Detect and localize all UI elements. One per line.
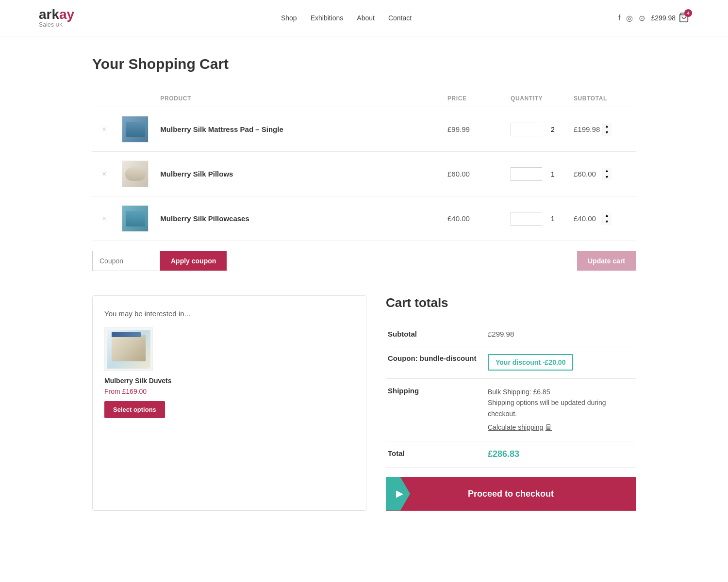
logo-uk: UK (56, 22, 63, 28)
update-cart-button[interactable]: Update cart (577, 251, 636, 271)
product-name-2: Mulberry Silk Pillows (160, 170, 233, 178)
col-sub-header: SUBTOTAL (568, 90, 636, 107)
coupon-input[interactable] (92, 251, 160, 271)
img-cell (116, 107, 154, 152)
img-cell (116, 152, 154, 196)
product-price-2: £60.00 (447, 170, 470, 178)
qty-cell: ▲ ▼ (505, 107, 568, 152)
shipping-label: Shipping (386, 379, 486, 441)
cart-price: £299.98 (651, 14, 676, 22)
page-title: Your Shopping Cart (92, 56, 636, 72)
subtotal-label: Subtotal (386, 322, 486, 346)
product-price-1: £99.99 (447, 125, 470, 133)
discount-badge: Your discount -£20.00 (488, 354, 573, 371)
coupon-row: Apply coupon Update cart (92, 241, 636, 281)
instagram-icon[interactable]: ◎ (626, 14, 633, 23)
qty-wrapper-1: ▲ ▼ (511, 123, 542, 136)
qty-cell: ▲ ▼ (505, 152, 568, 196)
subtotal-3: £40.00 (574, 214, 596, 223)
qty-arrows-3: ▲ ▼ (602, 212, 612, 225)
col-remove-header (92, 90, 116, 107)
shipping-info: Bulk Shipping: £6.85 Shipping options wi… (488, 387, 634, 433)
qty-wrapper-2: ▲ ▼ (511, 167, 542, 181)
qty-down-2[interactable]: ▼ (602, 174, 612, 180)
product-card-image (104, 327, 153, 371)
total-amount: £286.83 (488, 449, 519, 459)
logo[interactable]: arkay Sales UK (39, 8, 74, 28)
apply-coupon-button[interactable]: Apply coupon (160, 251, 227, 271)
nav-exhibitions[interactable]: Exhibitions (311, 14, 344, 22)
logo-sales: Sales (39, 21, 54, 28)
bottom-section: You may be interested in... Mulberry Sil… (92, 295, 636, 511)
interested-title: You may be interested in... (104, 309, 354, 318)
remove-item-3-button[interactable]: × (98, 212, 110, 225)
facebook-icon[interactable]: f (618, 14, 620, 22)
name-cell: Mulberry Silk Pillowcases (154, 196, 442, 241)
calculate-shipping-label: Calculate shipping (488, 422, 543, 433)
total-label: Total (386, 441, 486, 467)
remove-cell: × (92, 196, 116, 241)
product-card: Mulberry Silk Duvets From £169.00 Select… (104, 327, 354, 418)
logo-ay: ay (59, 7, 74, 22)
qty-down-3[interactable]: ▼ (602, 219, 612, 225)
checkout-button[interactable]: ▶ Proceed to checkout (386, 477, 636, 511)
shipping-cost: Bulk Shipping: £6.85 (488, 388, 550, 396)
product-name-3: Mulberry Silk Pillowcases (160, 214, 249, 223)
cart-area[interactable]: £299.98 4 (651, 12, 689, 24)
qty-up-2[interactable]: ▲ (602, 168, 612, 174)
select-options-button[interactable]: Select options (104, 401, 165, 418)
remove-item-1-button[interactable]: × (98, 123, 110, 136)
col-qty-header: QUANTITY (505, 90, 568, 107)
nav-contact[interactable]: Contact (388, 14, 412, 22)
qty-arrows-1: ▲ ▼ (602, 123, 612, 136)
remove-cell: × (92, 152, 116, 196)
table-row: × Mulberry Silk Pillowcases £40.00 (92, 196, 636, 241)
checkout-play-icon: ▶ (396, 488, 403, 499)
nav-about[interactable]: About (357, 14, 375, 22)
checkout-label: Proceed to checkout (468, 489, 554, 499)
img-cell (116, 196, 154, 241)
nav-shop[interactable]: Shop (281, 14, 297, 22)
price-cell: £99.99 (442, 107, 505, 152)
header: arkay Sales UK Shop Exhibitions About Co… (0, 0, 728, 36)
subtotal-2: £60.00 (574, 170, 596, 178)
price-cell: £40.00 (442, 196, 505, 241)
qty-up-1[interactable]: ▲ (602, 123, 612, 129)
product-card-price: From £169.00 (104, 388, 147, 395)
qty-arrows-2: ▲ ▼ (602, 168, 612, 180)
table-row: × Mulberry Silk Pillows £60.00 (92, 152, 636, 196)
name-cell: Mulberry Silk Pillows (154, 152, 442, 196)
remove-item-2-button[interactable]: × (98, 168, 110, 180)
product-image-2 (122, 161, 149, 187)
col-img-header (116, 90, 154, 107)
cart-totals-title: Cart totals (386, 295, 636, 310)
qty-down-1[interactable]: ▼ (602, 129, 612, 136)
product-image-1 (122, 116, 149, 143)
interested-box: You may be interested in... Mulberry Sil… (92, 295, 366, 511)
remove-cell: × (92, 107, 116, 152)
header-icons: f ◎ ⊙ £299.98 4 (618, 12, 689, 24)
calculate-shipping-icon: 🖩 (545, 422, 552, 433)
logo-ark: ark (39, 7, 59, 22)
totals-shipping-row: Shipping Bulk Shipping: £6.85 Shipping o… (386, 379, 636, 441)
totals-total-row: Total £286.83 (386, 441, 636, 467)
product-image-3 (122, 205, 149, 232)
coupon-left: Apply coupon (92, 251, 227, 271)
product-card-name: Mulberry Silk Duvets (104, 377, 172, 385)
shipping-value: Bulk Shipping: £6.85 Shipping options wi… (486, 379, 636, 441)
totals-table: Subtotal £299.98 Coupon: bundle-discount… (386, 322, 636, 468)
account-icon[interactable]: ⊙ (639, 14, 645, 23)
main-nav: Shop Exhibitions About Contact (281, 14, 412, 22)
checkout-btn-wrap: ▶ Proceed to checkout (386, 477, 636, 511)
col-product-header: PRODUCT (154, 90, 442, 107)
qty-wrapper-3: ▲ ▼ (511, 212, 542, 226)
price-cell: £60.00 (442, 152, 505, 196)
qty-up-3[interactable]: ▲ (602, 212, 612, 219)
totals-coupon-row: Coupon: bundle-discount Your discount -£… (386, 346, 636, 379)
product-price-3: £40.00 (447, 214, 470, 223)
name-cell: Mulberry Silk Mattress Pad – Single (154, 107, 442, 152)
totals-subtotal-row: Subtotal £299.98 (386, 322, 636, 346)
shipping-note: Shipping options will be updated during … (488, 399, 606, 417)
calculate-shipping-link[interactable]: Calculate shipping 🖩 (488, 422, 552, 433)
cart-totals-section: Cart totals Subtotal £299.98 Coupon: bun… (386, 295, 636, 511)
